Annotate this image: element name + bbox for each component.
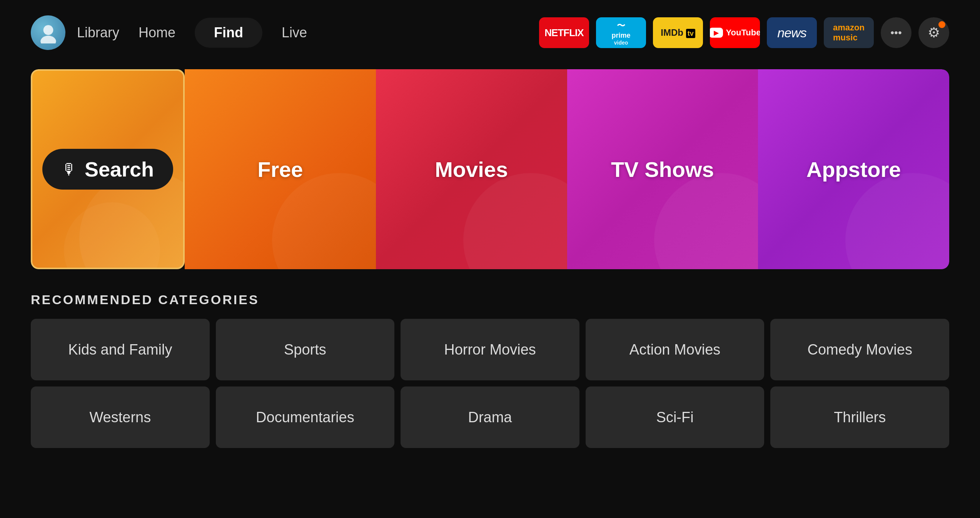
- nav-library[interactable]: Library: [77, 25, 119, 41]
- category-tile[interactable]: Westerns: [31, 386, 210, 448]
- main-tiles: 🎙 Search Free Movies TV Shows Appstore: [31, 69, 949, 269]
- netflix-app-icon[interactable]: NETFLIX: [539, 17, 589, 48]
- category-tile[interactable]: Thrillers: [770, 386, 949, 448]
- settings-notification-dot: [938, 21, 945, 28]
- category-label: Action Movies: [629, 341, 721, 358]
- nav-live[interactable]: Live: [282, 25, 307, 41]
- category-label: Thrillers: [834, 409, 886, 426]
- tvshows-label: TV Shows: [611, 157, 714, 182]
- category-label: Sci-Fi: [656, 409, 694, 426]
- category-tile[interactable]: Sci-Fi: [586, 386, 765, 448]
- imdb-app-icon[interactable]: IMDb tv: [653, 17, 703, 48]
- avatar[interactable]: [31, 15, 65, 50]
- app-icons: NETFLIX 〜 prime video IMDb tv ▶ YouTube …: [539, 17, 949, 48]
- mic-icon: 🎙: [62, 161, 77, 178]
- category-label: Kids and Family: [68, 341, 172, 358]
- search-label: Search: [85, 157, 154, 181]
- top-bar: Library Home Find Live NETFLIX 〜 prime v…: [0, 0, 980, 62]
- decorative-wave-3: [272, 173, 376, 269]
- tvshows-tile[interactable]: TV Shows: [567, 69, 758, 269]
- nav-find[interactable]: Find: [195, 18, 262, 48]
- svg-point-1: [40, 35, 56, 43]
- decorative-wave-5: [654, 173, 758, 269]
- category-label: Sports: [284, 341, 326, 358]
- category-label: Comedy Movies: [807, 341, 912, 358]
- category-tile[interactable]: Comedy Movies: [770, 319, 949, 380]
- category-label: Documentaries: [256, 409, 354, 426]
- movies-label: Movies: [435, 157, 508, 182]
- category-label: Drama: [468, 409, 512, 426]
- category-tile[interactable]: Drama: [401, 386, 579, 448]
- category-tile[interactable]: Action Movies: [586, 319, 765, 380]
- category-tile[interactable]: Kids and Family: [31, 319, 210, 380]
- amazon-music-app-icon[interactable]: amazonmusic: [824, 17, 874, 48]
- news-app-icon[interactable]: news: [767, 17, 817, 48]
- category-label: Horror Movies: [444, 341, 536, 358]
- youtube-app-icon[interactable]: ▶ YouTube: [710, 17, 760, 48]
- movies-tile[interactable]: Movies: [376, 69, 567, 269]
- more-button[interactable]: •••: [881, 17, 912, 48]
- appstore-tile[interactable]: Appstore: [758, 69, 949, 269]
- category-tile[interactable]: Sports: [216, 319, 395, 380]
- appstore-label: Appstore: [806, 157, 901, 182]
- prime-app-icon[interactable]: 〜 prime video: [596, 17, 646, 48]
- search-tile[interactable]: 🎙 Search: [31, 69, 185, 269]
- decorative-wave-4: [463, 173, 567, 269]
- category-grid: Kids and FamilySportsHorror MoviesAction…: [31, 319, 949, 448]
- nav-home[interactable]: Home: [139, 25, 175, 41]
- recommended-section: RECOMMENDED CATEGORIES Kids and FamilySp…: [31, 292, 949, 448]
- category-label: Westerns: [89, 409, 151, 426]
- settings-button[interactable]: ⚙: [918, 17, 949, 48]
- category-tile[interactable]: Documentaries: [216, 386, 395, 448]
- free-tile[interactable]: Free: [185, 69, 376, 269]
- search-button[interactable]: 🎙 Search: [42, 149, 173, 190]
- decorative-wave-6: [845, 173, 949, 269]
- nav-links: Library Home Find Live: [77, 18, 307, 48]
- free-label: Free: [257, 157, 303, 182]
- svg-point-0: [43, 25, 53, 35]
- category-tile[interactable]: Horror Movies: [401, 319, 579, 380]
- recommended-title: RECOMMENDED CATEGORIES: [31, 292, 949, 307]
